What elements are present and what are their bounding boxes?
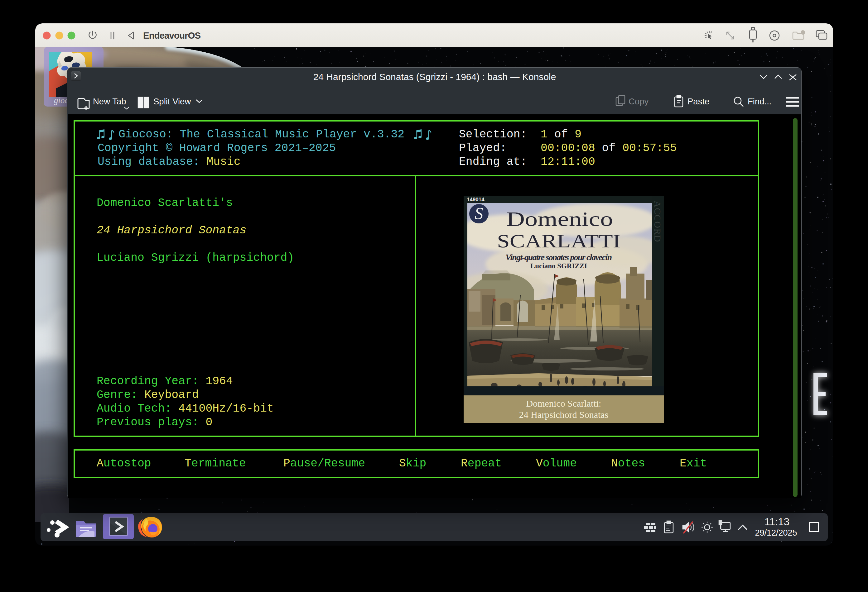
svg-text:149014: 149014	[467, 197, 484, 203]
svg-text:Copy: Copy	[629, 97, 648, 106]
svg-text:SCARLATTI: SCARLATTI	[497, 231, 620, 252]
svg-text:New Tab: New Tab	[93, 97, 126, 106]
svg-text:Paste: Paste	[688, 97, 709, 106]
svg-text:ACCORD: ACCORD	[652, 201, 663, 242]
svg-text:Luciano SGRIZZI: Luciano SGRIZZI	[530, 262, 587, 270]
svg-text:Split View: Split View	[154, 97, 191, 106]
svg-text:S: S	[475, 204, 483, 223]
svg-text:Domenico: Domenico	[506, 208, 613, 230]
svg-text:11:13: 11:13	[765, 516, 790, 527]
svg-text:29/12/2025: 29/12/2025	[755, 528, 797, 538]
svg-text:Find...: Find...	[748, 97, 771, 106]
svg-text:24 Harpsichord Sonatas: 24 Harpsichord Sonatas	[519, 409, 608, 420]
svg-text:Vingt-quatre sonates pour clav: Vingt-quatre sonates pour clavecin	[505, 252, 612, 262]
svg-text:EndeavourOS: EndeavourOS	[143, 30, 201, 41]
svg-text:Domenico Scarlatti:: Domenico Scarlatti:	[526, 398, 601, 408]
